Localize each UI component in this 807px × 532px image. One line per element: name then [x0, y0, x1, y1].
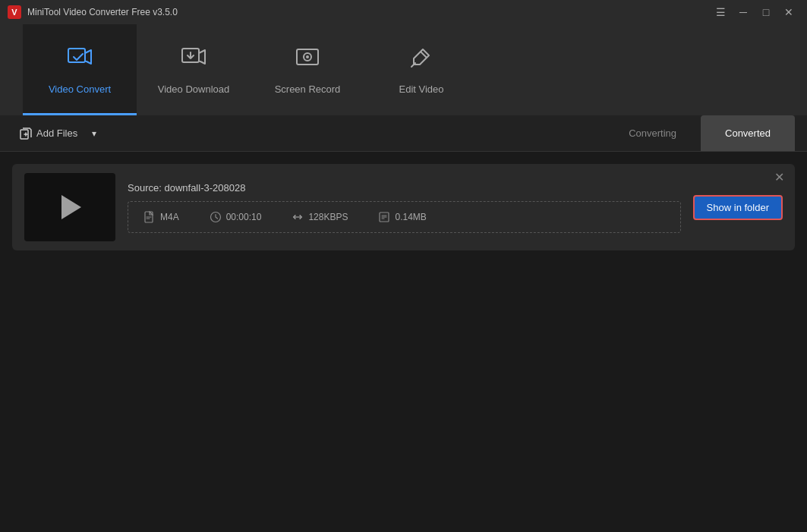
nav-edit-video-label: Edit Video [399, 83, 443, 95]
nav-edit-video[interactable]: Edit Video [364, 24, 478, 115]
source-filename: downfall-3-208028 [164, 182, 245, 194]
titlebar-left: V MiniTool Video Converter Free v3.5.0 [8, 5, 178, 19]
toolbar: Add Files ▾ Converting Converted [0, 115, 807, 152]
minimize-button[interactable]: ─ [733, 3, 754, 21]
titlebar-controls: ☰ ─ □ ✕ [710, 3, 799, 21]
item-source: Source: downfall-3-208028 [128, 182, 681, 194]
item-close-button[interactable]: ✕ [774, 172, 784, 184]
menu-button[interactable]: ☰ [710, 3, 731, 21]
app-title: MiniTool Video Converter Free v3.5.0 [27, 7, 178, 17]
play-icon [61, 195, 81, 219]
filesize-icon [378, 211, 390, 223]
nav-video-download-label: Video Download [158, 83, 229, 95]
bitrate-detail: 128KBPS [292, 211, 348, 223]
app-logo: V [8, 5, 21, 19]
nav-video-convert-label: Video Convert [49, 83, 111, 95]
navbar: Video Convert Video Download Screen Reco… [0, 24, 807, 115]
format-value: M4A [160, 212, 179, 222]
bitrate-icon [292, 211, 304, 223]
tab-converted[interactable]: Converted [701, 115, 795, 151]
tab-converting[interactable]: Converting [604, 115, 701, 151]
format-detail: M4A [143, 211, 179, 223]
tabs: Converting Converted [604, 115, 795, 151]
duration-detail: 00:00:10 [210, 211, 262, 223]
screen-record-icon [294, 43, 321, 76]
close-button[interactable]: ✕ [778, 3, 799, 21]
add-files-button[interactable]: Add Files [12, 123, 85, 144]
video-convert-icon [66, 43, 93, 76]
titlebar: V MiniTool Video Converter Free v3.5.0 ☰… [0, 0, 807, 24]
nav-screen-record[interactable]: Screen Record [251, 24, 364, 115]
add-files-icon [20, 127, 32, 140]
filesize-detail: 0.14MB [378, 211, 426, 223]
bitrate-value: 128KBPS [308, 212, 348, 222]
edit-video-icon [408, 43, 435, 76]
svg-point-4 [306, 55, 309, 58]
nav-screen-record-label: Screen Record [275, 83, 341, 95]
duration-icon [210, 211, 222, 223]
nav-video-download[interactable]: Video Download [137, 24, 251, 115]
video-download-icon [180, 43, 207, 76]
filesize-value: 0.14MB [395, 212, 426, 222]
add-files-dropdown-button[interactable]: ▾ [85, 123, 103, 144]
format-icon [143, 211, 156, 223]
content-area: Source: downfall-3-208028 M4A [0, 152, 807, 532]
duration-value: 00:00:10 [226, 212, 262, 222]
item-info: Source: downfall-3-208028 M4A [128, 182, 681, 233]
show-in-folder-button[interactable]: Show in folder [693, 195, 783, 220]
maximize-button[interactable]: □ [755, 3, 777, 21]
nav-video-convert[interactable]: Video Convert [23, 24, 137, 115]
item-details-box: M4A 00:00:10 128KBPS [128, 201, 681, 233]
converted-item: Source: downfall-3-208028 M4A [12, 164, 795, 250]
item-thumbnail[interactable] [24, 173, 115, 241]
source-label: Source: [128, 182, 162, 194]
